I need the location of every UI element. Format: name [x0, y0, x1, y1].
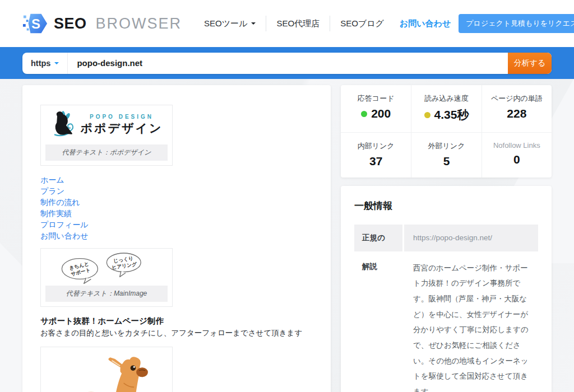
nav-item-label: SEOブログ — [340, 18, 384, 29]
nav-item-seo-tools[interactable]: SEOツール — [194, 15, 266, 32]
site-heading: サポート抜群！ホームページ制作 — [40, 316, 313, 326]
stat-label: ページ内の単語 — [485, 94, 548, 104]
analyze-bar: https popo-design.net 分析する — [0, 47, 574, 79]
row-value: https://popo-design.net/ — [404, 225, 538, 251]
status-green-dot — [361, 111, 367, 117]
alt-text-caption: 代替テキスト：ポポデザイン — [45, 144, 168, 161]
site-logo-text: POPO DESIGN ポポデザイン — [81, 114, 163, 136]
site-link-works[interactable]: 制作実績 — [40, 208, 313, 219]
site-logo-image-box: POPO DESIGN ポポデザイン 代替テキスト：ポポデザイン — [40, 105, 173, 166]
nav-item-seo-blog[interactable]: SEOブログ — [330, 15, 394, 32]
stat-value: 200 — [344, 107, 408, 120]
seo-browser-logo-icon: S — [22, 11, 48, 36]
alpaca-image — [41, 347, 172, 392]
nav-item-label: SEOツール — [204, 18, 247, 29]
stat-value: 0 — [485, 153, 548, 166]
stats-summary: 応答コード 200 読み込み速度 4.35秒 ページ内の単語 228 — [341, 85, 552, 178]
stat-value: 4.35秒 — [415, 107, 478, 123]
stat-response-code: 応答コード 200 — [341, 85, 411, 132]
stat-external-links: 外部リンク 5 — [411, 132, 481, 178]
stat-value: 5 — [415, 155, 478, 168]
site-link-contact[interactable]: お問い合わせ — [40, 230, 313, 241]
row-value: 西宮のホームページ制作・サポート力抜群！のデザイン事務所です。阪神間（芦屋・神戸… — [404, 253, 538, 392]
contact-link[interactable]: お問い合わせ — [400, 18, 451, 29]
site-logo-image: POPO DESIGN ポポデザイン — [41, 105, 172, 144]
page-preview-panel: POPO DESIGN ポポデザイン 代替テキスト：ポポデザイン ホーム プラン… — [22, 85, 331, 392]
chevron-down-icon — [251, 22, 256, 27]
speech-bubbles-icon: きちんと サポート じっくり ヒアリング — [44, 251, 166, 287]
stat-word-count: ページ内の単語 228 — [482, 85, 552, 132]
general-info-title: 一般情報 — [354, 199, 538, 212]
alpaca-icon — [45, 351, 168, 392]
status-yellow-dot — [424, 112, 430, 118]
row-label: 正規の — [354, 225, 402, 251]
main-nav: SEOツール SEO代理店 SEOブログ — [194, 15, 394, 32]
scheme-label: https — [31, 59, 50, 68]
site-link-home[interactable]: ホーム — [40, 174, 313, 185]
site-paragraph: お客さまの目的と想いをカタチにし、アフターフォローまでさせて頂きます — [40, 328, 313, 338]
site-link-profile[interactable]: プロフィール — [40, 219, 313, 230]
brand-word-browser: BROWSER — [96, 15, 182, 32]
chevron-down-icon — [54, 62, 59, 67]
general-info-table: 正規の https://popo-design.net/ 解説 西宮のホームペー… — [354, 225, 538, 392]
main-image-box: きちんと サポート じっくり ヒアリング 代替テキスト：MainImage — [40, 248, 173, 307]
site-nav-links: ホーム プラン 制作の流れ 制作実績 プロフィール お問い合わせ — [40, 174, 313, 241]
general-info-panel: 一般情報 正規の https://popo-design.net/ 解説 西宮の… — [341, 186, 552, 392]
stat-label: 応答コード — [344, 94, 408, 104]
url-input-group: https popo-design.net 分析する — [22, 53, 552, 74]
analysis-panel: 応答コード 200 読み込み速度 4.35秒 ページ内の単語 228 — [341, 85, 552, 392]
request-quote-button[interactable]: プロジェクト見積もりをリクエストする — [459, 14, 574, 33]
site-brand-jp: ポポデザイン — [81, 120, 163, 136]
table-row-canonical: 正規の https://popo-design.net/ — [354, 225, 538, 251]
scheme-select[interactable]: https — [22, 53, 68, 74]
stat-value: 228 — [485, 107, 548, 120]
analyze-button[interactable]: 分析する — [508, 53, 552, 74]
stat-value: 37 — [344, 155, 408, 168]
site-link-plan[interactable]: プラン — [40, 185, 313, 197]
speech-bubbles-image: きちんと サポート じっくり ヒアリング — [41, 249, 172, 286]
site-link-flow[interactable]: 制作の流れ — [40, 197, 313, 208]
alt-text-caption: 代替テキスト：MainImage — [45, 286, 168, 302]
stat-label: 外部リンク — [415, 141, 478, 151]
stat-nofollow-links: Nofollow Links 0 — [482, 132, 552, 178]
content: POPO DESIGN ポポデザイン 代替テキスト：ポポデザイン ホーム プラン… — [0, 79, 574, 392]
page: S SEO BROWSER SEOツール SEO代理店 SEOブログ お問い合わ… — [0, 0, 574, 392]
top-bar: S SEO BROWSER SEOツール SEO代理店 SEOブログ お問い合わ… — [0, 0, 574, 47]
nav-item-seo-agency[interactable]: SEO代理店 — [266, 15, 330, 32]
bird-logo-icon — [50, 110, 77, 139]
seo-browser-logo[interactable]: S SEO BROWSER — [22, 11, 182, 36]
stat-load-speed: 読み込み速度 4.35秒 — [411, 85, 481, 132]
svg-text:S: S — [31, 16, 40, 31]
stat-label: Nofollow Links — [485, 141, 548, 150]
table-row-description: 解説 西宮のホームページ制作・サポート力抜群！のデザイン事務所です。阪神間（芦屋… — [354, 253, 538, 392]
url-input[interactable]: popo-design.net — [68, 58, 508, 68]
stat-internal-links: 内部リンク 37 — [341, 132, 411, 178]
stat-label: 内部リンク — [344, 141, 408, 151]
stat-label: 読み込み速度 — [415, 94, 478, 104]
alpaca-image-box — [40, 347, 173, 392]
brand-word-seo: SEO — [54, 15, 87, 32]
row-label: 解説 — [354, 253, 402, 392]
site-brand-en: POPO DESIGN — [90, 114, 154, 120]
nav-item-label: SEO代理店 — [276, 18, 320, 29]
